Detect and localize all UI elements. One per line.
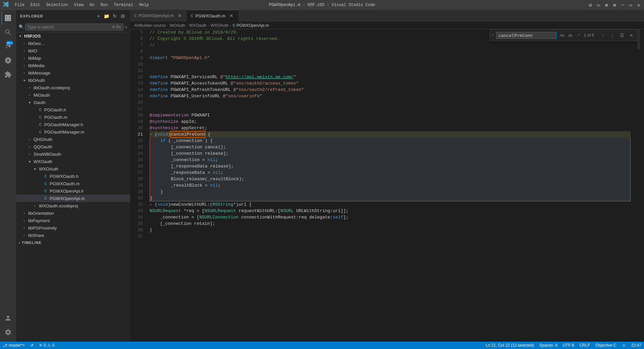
status-feedback[interactable]: ☺ (619, 342, 629, 349)
tree-item-wxoauth2[interactable]: ▾ WXOAuth (16, 165, 130, 172)
tree-item-wxoauth[interactable]: ▾ WXOauth (16, 158, 130, 165)
minimap-slider[interactable] (637, 29, 640, 49)
tree-item-pgwxoauth-m[interactable]: C PGWXOauth.m (16, 180, 130, 187)
menu-go[interactable]: Go (87, 2, 97, 8)
breadcrumb-2[interactable]: libOAuth (170, 23, 185, 28)
filter-btn[interactable]: ⊞ (112, 24, 115, 30)
tab-close-2[interactable]: ✕ (229, 13, 234, 18)
tree-item-oauth[interactable]: ▾ Oauth (16, 99, 130, 106)
pgoauth-m-icon: C (38, 115, 43, 119)
tree-item-libgeo[interactable]: › libGeo... (16, 40, 130, 47)
find-more[interactable]: ☰ (618, 32, 626, 39)
status-position[interactable]: Ln 21, Col 22 (13 selected) (483, 342, 537, 349)
activity-explorer[interactable] (1, 11, 15, 25)
tree-item-pgoauthmanager-h[interactable]: C PGOauthManager.h (16, 121, 130, 128)
new-file-btn[interactable]: + (95, 13, 102, 19)
code-line-29: _resultBlock = nil; (150, 182, 631, 189)
wxoauth2-label: WXOAuth (39, 166, 58, 171)
libpayment-arrow: › (21, 219, 27, 222)
code-line-21: - (void)cancelPreConn { (150, 131, 631, 138)
tree-item-libmessage[interactable]: › libMessage (16, 69, 130, 77)
tab-pgwxoauth-m[interactable]: C PGWXOauth.m ✕ (187, 10, 238, 21)
find-close[interactable]: ✕ (628, 32, 635, 39)
tree-item-libpgproximity[interactable]: › libPGProximity (16, 224, 130, 232)
menu-edit[interactable]: Edit (28, 2, 43, 8)
refresh-btn[interactable]: ↻ (111, 13, 118, 19)
find-regex[interactable]: .* (575, 32, 582, 39)
menu-run[interactable]: Run (98, 2, 111, 8)
layout-btn[interactable]: ⊟ (588, 2, 593, 8)
menu-selection[interactable]: Selection (44, 2, 71, 8)
menu-file[interactable]: File (12, 2, 27, 8)
timeline-section[interactable]: › TIMELINE (16, 239, 130, 246)
tab-pgwxopenapi-m[interactable]: C PGWXOpenApi.m ✕ (130, 10, 187, 21)
search-input[interactable] (28, 25, 111, 30)
layout2-btn[interactable]: ▭ (596, 2, 601, 8)
activity-source-control[interactable]: 6K+ (1, 40, 15, 53)
close-btn[interactable]: ✕ (636, 2, 641, 8)
tree-item-liborientation[interactable]: › libOrientation (16, 209, 130, 217)
menu-terminal[interactable]: Terminal (111, 2, 136, 8)
tree-item-libshare[interactable]: › libShare (16, 232, 130, 239)
tree-item-libpayment[interactable]: › libPayment (16, 217, 130, 224)
tree-item-qqoauth[interactable]: › QQOauth (16, 143, 130, 150)
breadcrumb-4[interactable]: WXOAuth (211, 23, 228, 28)
layout4-btn[interactable]: ⊞ (612, 2, 617, 8)
tree-item-pgwxopenapi-m[interactable]: C PGWXOpenApi.m (16, 195, 130, 202)
tree-root[interactable]: ▾ H5P.IOS (16, 32, 130, 40)
activity-settings[interactable] (1, 326, 15, 339)
tree-item-libmedia[interactable]: › libMedia (16, 62, 130, 69)
find-match-case[interactable]: Aa (558, 32, 566, 39)
activity-extensions[interactable] (1, 68, 15, 81)
tree-item-pgoauth-m[interactable]: C PGOauth.m (16, 113, 130, 121)
status-errors[interactable]: ✕ 0 ⚠ 0 (36, 342, 57, 349)
tree-item-sinawboauth[interactable]: › SinaWBOauth (16, 150, 130, 158)
breadcrumb-3[interactable]: WXOauth (189, 23, 207, 28)
tree-item-libmap[interactable]: › libMap (16, 54, 130, 62)
scrollbar-area (640, 29, 644, 342)
menu-help[interactable]: Help (137, 2, 152, 8)
activity-account[interactable] (1, 311, 15, 325)
status-spaces[interactable]: Spaces: 4 (537, 342, 560, 349)
tree-item-wxoauth-xcodeproj[interactable]: › WXOauth.xcodeproj (16, 202, 130, 209)
find-widget: › Aa ab .* 1 of 5 ↑ ↓ ☰ ✕ (489, 29, 637, 41)
minimize-btn[interactable]: ─ (620, 2, 625, 8)
status-sync[interactable]: ↺ (28, 342, 36, 349)
find-input[interactable] (496, 32, 556, 39)
status-encoding[interactable]: UTF-8 (560, 342, 577, 349)
code-line-13: #define PGWXAPI_AccessTokenURL @"sns/oau… (150, 80, 631, 87)
menu-view[interactable]: View (71, 2, 86, 8)
position-text: Ln 21, Col 22 (13 selected) (486, 343, 534, 348)
activity-search[interactable] (1, 26, 15, 39)
collapse-btn[interactable]: ⊟ (119, 13, 126, 19)
tree-item-qhoauth[interactable]: › QHOAuth (16, 136, 130, 143)
new-folder-btn[interactable]: 📁 (103, 13, 110, 19)
branch-name: master*+ (9, 343, 25, 348)
tree-item-pgwxoauth-h[interactable]: C PGWXOauth.h (16, 172, 130, 180)
tree-item-pgwxopenapi-h[interactable]: C PGWXOpenApi.h (16, 187, 130, 195)
find-whole-word[interactable]: ab (567, 32, 574, 39)
tree-item-mioauth[interactable]: › MiOauth (16, 91, 130, 99)
status-line-ending[interactable]: CRLF (577, 342, 593, 349)
tree-item-pgoauthmanager-m[interactable]: C PGOauthManager.m (16, 128, 130, 136)
breadcrumb-1[interactable]: AHBuilder-source (134, 23, 166, 28)
restore-btn[interactable]: ▭ (628, 2, 633, 8)
tab-close-1[interactable]: ✕ (177, 13, 182, 18)
code-line-32: - (void)newConnWithURL:(NSString*)url { (150, 201, 631, 208)
layout3-btn[interactable]: ⊞ (604, 2, 609, 8)
code-content[interactable]: // Created by DCloud on 2018/8/29. // Co… (147, 29, 637, 342)
tree-item-pgoauth-h[interactable]: C PGOauth.h (16, 106, 130, 113)
liborientation-arrow: › (21, 211, 27, 215)
status-language[interactable]: Objective-C (593, 342, 619, 349)
breadcrumb-5[interactable]: CPGWXOpenApi.m (232, 23, 269, 28)
find-prev[interactable]: ↑ (599, 32, 607, 39)
close-search-btn[interactable]: ✕ (125, 24, 127, 30)
tree-item-liboauth[interactable]: ▾ libOAuth (16, 77, 130, 84)
find-next[interactable]: ↓ (609, 32, 616, 39)
libmap-label: libMap (28, 56, 41, 61)
status-branch[interactable]: ⎇ master*+ (0, 342, 28, 349)
tree-item-libio[interactable]: › libIO (16, 47, 130, 54)
match-case-btn[interactable]: Aa (116, 25, 121, 30)
activity-run[interactable] (1, 54, 15, 67)
tree-item-liboauth-xcodeproj[interactable]: › libOauth.xcodeproj (16, 84, 130, 91)
